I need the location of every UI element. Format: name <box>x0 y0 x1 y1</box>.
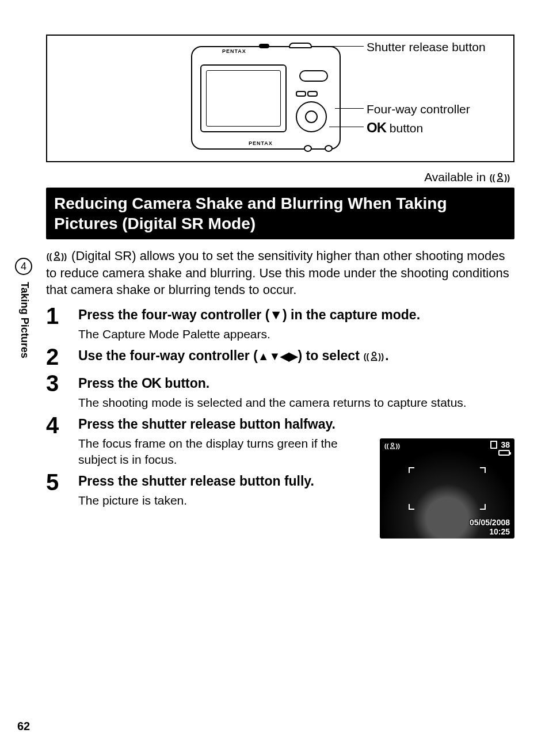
step-desc: The picture is taken. <box>78 492 366 508</box>
chapter-number: 4 <box>15 258 32 275</box>
ok-button-shape <box>304 145 312 152</box>
step-desc: The focus frame on the display turns gre… <box>78 436 366 467</box>
brand-top: PENTAX <box>222 48 246 54</box>
mode-buttons <box>296 89 323 97</box>
page-number: 62 <box>17 720 30 733</box>
battery-icon <box>498 450 510 456</box>
brand-bottom: PENTAX <box>249 140 273 146</box>
lcd-count: 38 <box>490 441 510 457</box>
callout-shutter: Shutter release button <box>367 40 486 54</box>
svg-point-4 <box>391 443 394 445</box>
svg-text:((: (( <box>384 442 389 449</box>
chapter-label: Taking Pictures <box>18 282 30 358</box>
digital-sr-icon <box>363 350 385 362</box>
step-title: Press the OK button. <box>78 374 514 392</box>
step-title: Use the four-way controller (▲▼◀▶) to se… <box>78 348 514 365</box>
intro-paragraph: (Digital SR) allows you to set the sensi… <box>46 247 514 299</box>
step-number: 1 <box>46 304 78 342</box>
callout-fourway: Four-way controller <box>367 102 470 116</box>
lcd-mode-icon: (()) <box>384 441 401 453</box>
digital-sr-icon <box>489 171 511 184</box>
step-desc: The shooting mode is selected and the ca… <box>78 395 514 410</box>
step-desc: The Capture Mode Palette appears. <box>78 326 514 342</box>
camera-diagram: PENTAX PENTAX Shutter release button Fou… <box>46 35 514 162</box>
power-button-shape <box>259 44 269 48</box>
step-title: Press the shutter release button fully. <box>78 473 366 490</box>
callout-ok: OK button <box>367 120 423 136</box>
lcd-date: 05/05/2008 <box>470 518 510 527</box>
menu-button-shape <box>325 145 333 152</box>
step-1: 1 Press the four-way controller (▼) in t… <box>46 304 514 342</box>
svg-text:)): )) <box>396 442 401 449</box>
ok-glyph: OK <box>367 120 386 135</box>
step-title: Press the shutter release button halfway… <box>78 416 366 433</box>
camera-outline: PENTAX PENTAX <box>191 46 341 150</box>
lcd-preview: (()) 38 05/05/2008 10:25 <box>380 438 514 539</box>
four-way-controller-shape <box>296 101 327 132</box>
ok-glyph: OK <box>142 375 161 391</box>
step-number: 5 <box>46 471 78 508</box>
digital-sr-icon <box>46 250 68 262</box>
side-tab: 4 Taking Pictures <box>15 258 32 358</box>
step-3: 3 Press the OK button. The shooting mode… <box>46 372 514 410</box>
section-heading: Reducing Camera Shake and Blurring When … <box>46 188 514 239</box>
step-2: 2 Use the four-way controller (▲▼◀▶) to … <box>46 345 514 368</box>
zoom-rocker <box>299 70 328 82</box>
step-title: Press the four-way controller (▼) in the… <box>78 307 514 324</box>
camera-lcd <box>200 64 287 132</box>
shutter-button-shape <box>289 43 312 48</box>
lcd-time: 10:25 <box>489 527 510 536</box>
memory-icon <box>490 441 497 449</box>
step-number: 2 <box>46 345 78 368</box>
step-number: 4 <box>46 414 78 467</box>
step-number: 3 <box>46 372 78 410</box>
available-in: Available in <box>46 170 514 184</box>
